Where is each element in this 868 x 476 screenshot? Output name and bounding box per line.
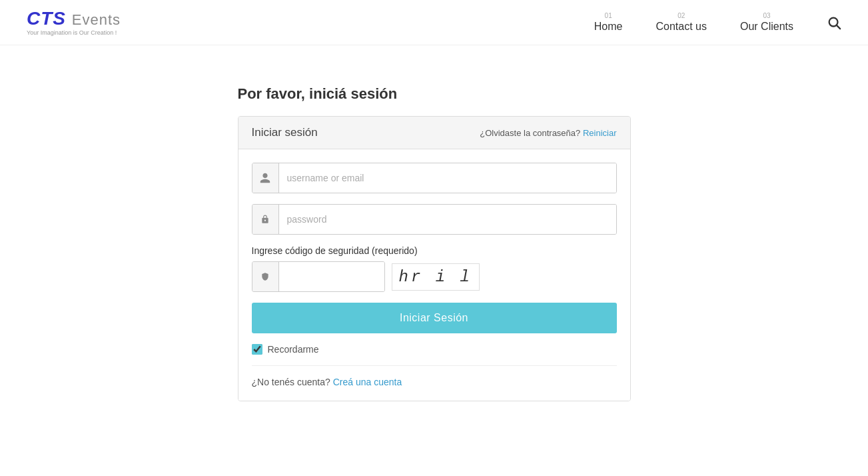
password-input-group [252,204,617,235]
nav-item-clients[interactable]: 03 Our Clients [740,12,793,33]
svg-line-1 [837,25,840,29]
forgot-password-text: ¿Olvidaste la contraseña? Reiniciar [480,128,616,138]
nav-item-contact[interactable]: 02 Contact us [655,12,706,33]
password-input[interactable] [279,205,616,234]
remember-me-label: Recordarme [268,344,319,355]
user-icon [252,163,279,193]
lock-svg-icon [260,214,270,225]
lock-icon [252,205,279,234]
create-account-section: ¿No tenés cuenta? Creá una cuenta [252,377,617,387]
logo-tagline: Your Imagination is Our Creation ! [27,29,121,36]
username-input-group [252,163,617,193]
shield-icon [252,262,279,291]
nav-num-contact: 02 [677,12,685,19]
remember-me-row: Recordarme [252,344,617,355]
login-body: Ingrese código de seguridad (requerido) … [238,149,630,401]
security-section: Ingrese código de seguridad (requerido) … [252,245,617,292]
create-account-link[interactable]: Creá una cuenta [333,377,402,387]
nav-label-clients: Our Clients [740,21,793,33]
nav-label-contact: Contact us [655,21,706,33]
username-input[interactable] [279,163,616,193]
nav-num-clients: 03 [763,12,770,19]
search-button[interactable] [827,15,841,30]
nav-item-home[interactable]: 01 Home [594,12,623,33]
search-icon [827,15,841,30]
login-box: Iniciar sesión ¿Olvidaste la contraseña?… [238,116,631,401]
login-submit-button[interactable]: Iniciar Sesión [252,303,617,333]
logo-cts: CTS [27,8,66,29]
nav-num-home: 01 [605,12,612,19]
logo-events: Events [72,11,121,28]
main-nav: 01 Home 02 Contact us 03 Our Clients [594,12,841,33]
no-account-text: ¿No tenés cuenta? [252,377,330,387]
shield-svg-icon [260,271,270,282]
remember-me-checkbox[interactable] [252,344,262,355]
nav-label-home: Home [594,21,623,33]
reiniciar-link[interactable]: Reiniciar [583,128,617,138]
login-header: Iniciar sesión ¿Olvidaste la contraseña?… [238,117,630,149]
security-label: Ingrese código de seguridad (requerido) [252,245,617,256]
divider [252,365,617,366]
main-content: Por favor, iniciá sesión Iniciar sesión … [0,45,868,401]
security-input-group [252,261,385,292]
logo[interactable]: CTS Events Your Imagination is Our Creat… [27,9,121,36]
security-row: hr i l [252,261,617,292]
page-title: Por favor, iniciá sesión [238,85,398,103]
site-header: CTS Events Your Imagination is Our Creat… [0,0,868,45]
user-svg-icon [259,172,271,184]
security-code-input[interactable] [279,262,384,291]
captcha-image: hr i l [392,263,480,291]
login-header-title: Iniciar sesión [252,126,318,139]
